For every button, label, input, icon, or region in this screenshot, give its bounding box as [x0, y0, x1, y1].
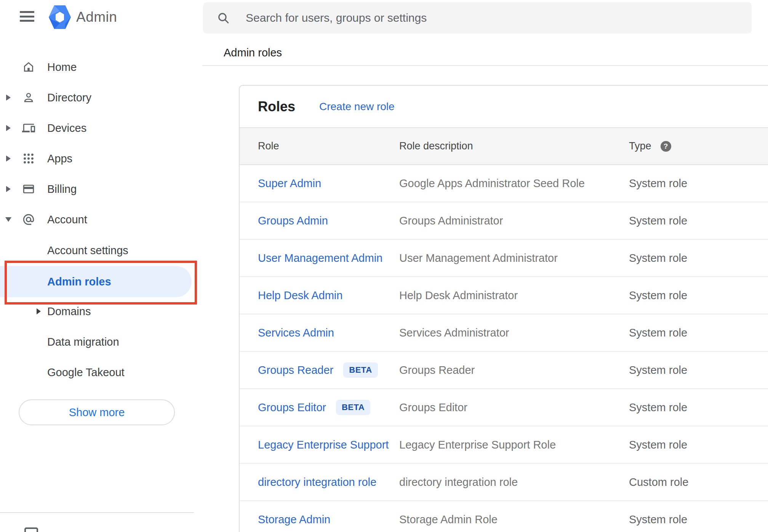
role-cell: Services Admin — [258, 314, 334, 351]
sidebar-subitem-label: Data migration — [47, 336, 119, 348]
sidebar-item-apps[interactable]: Apps — [0, 143, 202, 174]
search-icon — [217, 11, 230, 26]
role-cell: Groups Admin — [258, 202, 328, 239]
sidebar-subitem-account-settings[interactable]: Account settings — [0, 235, 202, 266]
beta-badge: BETA — [343, 362, 378, 378]
chevron-right-icon — [6, 95, 11, 101]
role-link[interactable]: Help Desk Admin — [258, 289, 342, 302]
sidebar-item-label: Home — [47, 61, 77, 74]
role-description-cell: Help Desk Administrator — [399, 277, 518, 314]
sidebar-divider — [0, 512, 194, 513]
sidebar-item-billing[interactable]: Billing — [0, 174, 202, 204]
role-type-cell: System role — [629, 389, 687, 426]
person-icon — [22, 91, 35, 104]
sidebar-subitem-google-takeout[interactable]: Google Takeout — [0, 357, 202, 388]
role-type-cell: System role — [629, 426, 687, 463]
sidebar-subitem-admin-roles[interactable]: Admin roles — [0, 266, 192, 297]
column-header-role: Role — [258, 128, 279, 164]
help-question-icon[interactable]: ? — [661, 141, 671, 152]
sidebar-item-label: Billing — [47, 183, 77, 195]
role-link[interactable]: User Management Admin — [258, 252, 382, 264]
create-new-role-link[interactable]: Create new role — [319, 101, 395, 113]
admin-logo: Admin — [49, 5, 117, 29]
sidebar-item-label: Directory — [47, 91, 91, 104]
role-description-cell: directory integration role — [399, 464, 518, 500]
table-row: Services AdminServices AdministratorSyst… — [240, 314, 768, 352]
sidebar-item-directory[interactable]: Directory — [0, 82, 202, 113]
search-bar — [203, 2, 752, 34]
role-type-cell: Custom role — [629, 464, 688, 500]
sidebar-item-account[interactable]: Account — [0, 204, 202, 235]
breadcrumb: Admin roles — [224, 46, 282, 59]
sidebar-subitem-data-migration[interactable]: Data migration — [0, 327, 202, 357]
table-header-row: Role Role description Type ? — [240, 127, 768, 165]
role-link[interactable]: Services Admin — [258, 327, 334, 339]
role-link[interactable]: Storage Admin — [258, 513, 330, 526]
table-row: Groups ReaderBETAGroups ReaderSystem rol… — [240, 352, 768, 389]
role-type-cell: System role — [629, 352, 687, 388]
panel-title: Roles — [258, 99, 295, 115]
sidebar-item-devices[interactable]: Devices — [0, 113, 202, 143]
role-cell: Groups ReaderBETA — [258, 352, 378, 388]
home-icon — [22, 61, 35, 74]
sidebar-item-label: Apps — [47, 152, 72, 165]
show-more-button[interactable]: Show more — [19, 399, 175, 425]
admin-logo-text: Admin — [76, 9, 117, 25]
role-cell: Help Desk Admin — [258, 277, 342, 314]
chevron-right-icon — [6, 125, 11, 131]
menu-hamburger-icon[interactable] — [20, 11, 34, 22]
credit-card-icon — [22, 183, 35, 195]
role-link[interactable]: Groups Reader — [258, 364, 333, 377]
sidebar-item-home[interactable]: Home — [0, 52, 202, 82]
role-link[interactable]: Super Admin — [258, 177, 321, 190]
sidebar-subitem-label: Google Takeout — [47, 366, 125, 379]
table-row: User Management AdminUser Management Adm… — [240, 240, 768, 277]
role-description-cell: Storage Admin Role — [399, 501, 498, 532]
sidebar-subitem-label: Account settings — [47, 244, 128, 257]
role-description-cell: Legacy Enterprise Support Role — [399, 426, 556, 463]
apps-grid-icon — [22, 152, 35, 165]
search-input[interactable] — [246, 2, 741, 34]
role-description-cell: User Management Administrator — [399, 240, 558, 276]
role-type-cell: System role — [629, 165, 687, 202]
at-sign-icon — [22, 213, 35, 226]
role-cell: Super Admin — [258, 165, 321, 202]
chevron-right-icon — [6, 155, 11, 162]
admin-console-page: { "app": { "logo_label": "Admin" }, "sea… — [0, 0, 768, 532]
table-row: Groups EditorBETAGroups EditorSystem rol… — [240, 389, 768, 426]
role-link[interactable]: Groups Editor — [258, 401, 326, 414]
chevron-right-icon — [6, 186, 11, 192]
roles-table-body: Super AdminGoogle Apps Administrator See… — [240, 165, 768, 532]
role-description-cell: Google Apps Administrator Seed Role — [399, 165, 585, 202]
role-description-cell: Groups Editor — [399, 389, 467, 426]
clipped-bottom-icon — [24, 527, 38, 532]
role-description-cell: Services Administrator — [399, 314, 509, 351]
sidebar-subitem-label: Domains — [47, 305, 91, 318]
role-cell: User Management Admin — [258, 240, 382, 276]
sidebar-item-label: Devices — [47, 122, 86, 135]
roles-panel-header: Roles Create new role — [240, 86, 768, 127]
role-cell: Groups EditorBETA — [258, 389, 370, 426]
chevron-down-icon — [5, 217, 11, 222]
role-link[interactable]: Legacy Enterprise Support — [258, 439, 389, 451]
role-description-cell: Groups Administrator — [399, 202, 503, 239]
sidebar: Admin HomeDirectoryDevicesAppsBillingAcc… — [0, 0, 202, 532]
role-link[interactable]: directory integration role — [258, 476, 376, 489]
sidebar-item-label: Account — [47, 213, 87, 226]
header-divider — [202, 65, 768, 66]
role-description-cell: Groups Reader — [399, 352, 475, 388]
table-row: Groups AdminGroups AdministratorSystem r… — [240, 202, 768, 240]
sidebar-subitem-label: Admin roles — [47, 276, 111, 288]
role-cell: Storage Admin — [258, 501, 330, 532]
sidebar-subitem-domains[interactable]: Domains — [0, 296, 202, 327]
role-link[interactable]: Groups Admin — [258, 215, 328, 227]
role-type-cell: System role — [629, 240, 687, 276]
table-row: Storage AdminStorage Admin RoleSystem ro… — [240, 501, 768, 532]
devices-icon — [22, 122, 35, 135]
role-cell: Legacy Enterprise Support — [258, 426, 389, 463]
column-header-type: Type ? — [629, 128, 671, 164]
table-row: Super AdminGoogle Apps Administrator See… — [240, 165, 768, 202]
role-type-cell: System role — [629, 277, 687, 314]
roles-panel: Roles Create new role Role Role descript… — [239, 85, 768, 532]
table-row: Legacy Enterprise SupportLegacy Enterpri… — [240, 426, 768, 464]
